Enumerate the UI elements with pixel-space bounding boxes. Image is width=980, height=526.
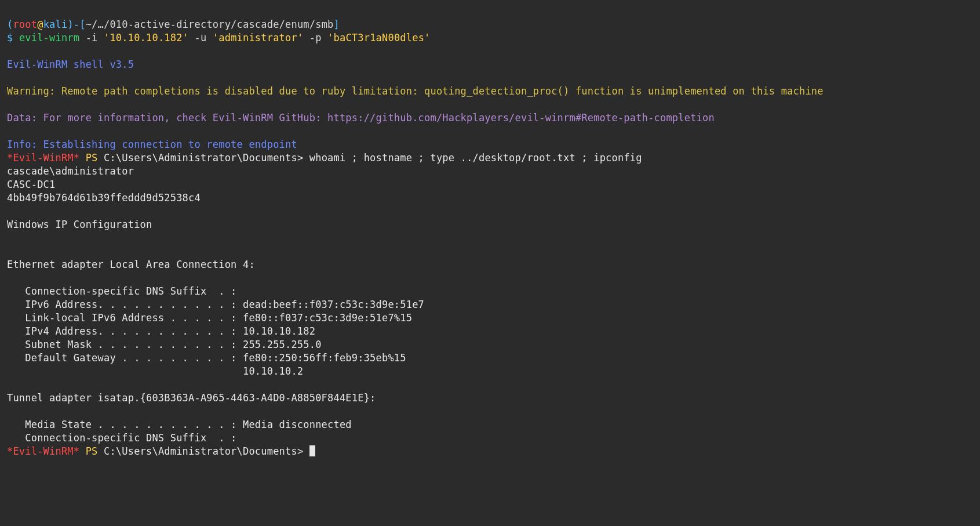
output-roottxt: 4bb49f9b764d61b39ffeddd9d52538c4 xyxy=(7,192,201,204)
prompt-line-1: (root@kali)-[~/…/010-active-directory/ca… xyxy=(7,19,340,30)
shell-prompt-1: *Evil-WinRM* PS C:\Users\Administrator\D… xyxy=(7,152,642,164)
cursor-block xyxy=(309,445,315,456)
output-eth-mask: Subnet Mask . . . . . . . . . . . : 255.… xyxy=(7,339,322,350)
data-line: Data: For more information, check Evil-W… xyxy=(7,112,715,124)
prompt-line-2: $ evil-winrm -i '10.10.10.182' -u 'admin… xyxy=(7,32,431,43)
warning-line: Warning: Remote path completions is disa… xyxy=(7,85,824,97)
output-eth-header: Ethernet adapter Local Area Connection 4… xyxy=(7,259,255,270)
output-tun-media: Media State . . . . . . . . . . . : Medi… xyxy=(7,419,352,430)
output-ipconfig-title: Windows IP Configuration xyxy=(7,219,152,230)
output-whoami: cascade\administrator xyxy=(7,165,134,177)
banner-version: Evil-WinRM shell v3.5 xyxy=(7,59,134,70)
shell-prompt-2[interactable]: *Evil-WinRM* PS C:\Users\Administrator\D… xyxy=(7,445,315,457)
terminal[interactable]: (root@kali)-[~/…/010-active-directory/ca… xyxy=(0,0,980,463)
output-eth-ipv4: IPv4 Address. . . . . . . . . . . : 10.1… xyxy=(7,325,315,337)
output-hostname: CASC-DC1 xyxy=(7,179,55,190)
output-eth-gw1: Default Gateway . . . . . . . . . : fe80… xyxy=(7,352,406,364)
output-eth-ipv6: IPv6 Address. . . . . . . . . . . : dead… xyxy=(7,299,424,310)
output-eth-gw2: 10.10.10.2 xyxy=(7,365,303,377)
output-tun-dns: Connection-specific DNS Suffix . : xyxy=(7,432,237,444)
output-eth-dns: Connection-specific DNS Suffix . : xyxy=(7,285,237,297)
output-eth-linkv6: Link-local IPv6 Address . . . . . : fe80… xyxy=(7,312,412,324)
output-tun-header: Tunnel adapter isatap.{603B363A-A965-446… xyxy=(7,392,376,404)
info-line: Info: Establishing connection to remote … xyxy=(7,139,297,150)
